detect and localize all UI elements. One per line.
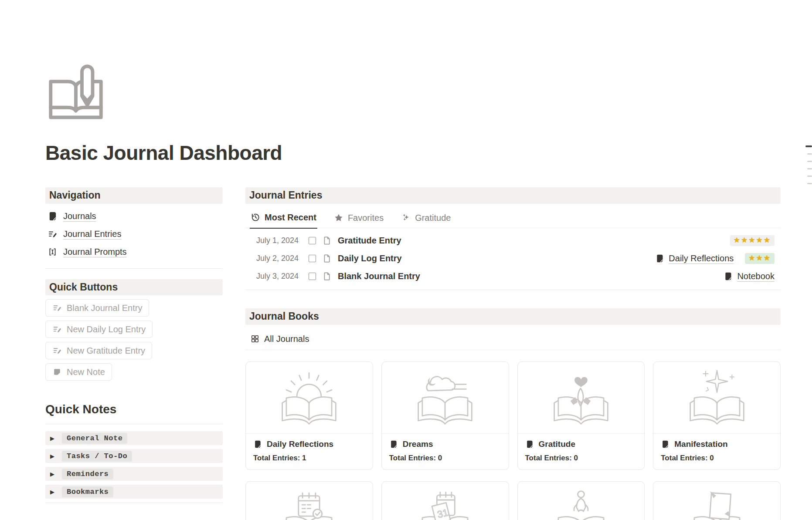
card-total-entries: Total Entries: 0 (525, 454, 637, 463)
entry-date: July 2, 2024 (256, 254, 308, 263)
compose-icon (48, 229, 58, 239)
journal-card-gratitude[interactable]: Gratitude Total Entries: 0 (517, 361, 645, 470)
toggle-reminders[interactable]: ▶ Reminders (45, 467, 223, 481)
page-icon (322, 271, 332, 281)
entry-title[interactable]: Blank Journal Entry (338, 271, 420, 281)
toc-dash[interactable] (807, 168, 812, 169)
toc-dash[interactable] (807, 153, 812, 155)
toggle-tasks-todo[interactable]: ▶ Tasks / To-Do (45, 449, 223, 463)
blank-journal-entry-button[interactable]: Blank Journal Entry (45, 299, 149, 317)
toggle-bookmarks[interactable]: ▶ Bookmarks (45, 485, 223, 499)
book-calendar-check-illustration (246, 482, 373, 520)
journal-card-partial[interactable] (245, 481, 373, 520)
card-title[interactable]: Gratitude (539, 439, 575, 449)
table-of-contents-indicator[interactable] (805, 145, 812, 184)
toc-dash-current[interactable] (805, 145, 812, 147)
tab-gratitude[interactable]: Gratitude (400, 209, 452, 229)
book-icon (253, 440, 262, 449)
note-icon (52, 367, 62, 377)
sidebar-item-label[interactable]: Journal Entries (63, 229, 121, 239)
journal-card-partial[interactable] (381, 481, 509, 520)
page-header: Basic Journal Dashboard (0, 0, 812, 165)
open-book-pen-icon[interactable] (45, 61, 106, 122)
toggle-label[interactable]: Tasks / To-Do (62, 451, 132, 462)
divider (45, 503, 223, 503)
sidebar-item-journals[interactable]: Journals (45, 207, 223, 225)
grid-icon (251, 334, 259, 343)
toggle-label[interactable]: Bookmarks (62, 486, 113, 497)
book-icon (655, 254, 664, 263)
journal-card-partial[interactable] (653, 481, 781, 520)
journal-link-notebook[interactable]: Notebook (724, 271, 775, 281)
history-icon (251, 213, 260, 222)
sidebar-item-label[interactable]: Journals (63, 211, 96, 221)
page-title: Basic Journal Dashboard (45, 141, 812, 165)
journal-books-section-header: Journal Books (245, 308, 781, 325)
tab-label: Most Recent (265, 213, 316, 223)
page-icon (322, 253, 332, 263)
entry-checkbox[interactable] (309, 255, 316, 262)
journal-link-label[interactable]: Daily Reflections (669, 253, 734, 263)
tab-all-journals[interactable]: All Journals (250, 330, 310, 350)
toggle-label[interactable]: Reminders (62, 469, 113, 479)
entry-checkbox[interactable] (309, 273, 316, 280)
book-calendar-31-illustration (382, 482, 509, 520)
entry-date: July 1, 2024 (256, 236, 308, 245)
toc-dash[interactable] (807, 161, 812, 162)
toggle-general-note[interactable]: ▶ General Note (45, 431, 223, 445)
toc-dash[interactable] (807, 183, 812, 184)
compose-icon (52, 324, 62, 334)
compose-icon (52, 303, 62, 313)
card-total-entries: Total Entries: 0 (389, 454, 501, 463)
content-columns: Navigation Journals Journal Entries Jour… (0, 187, 812, 520)
book-pinned-note-illustration (653, 482, 780, 520)
table-row[interactable]: July 1, 2024 Gratitude Entry ★★★★★ (245, 232, 781, 250)
card-title[interactable]: Manifestation (674, 439, 727, 449)
journal-books-gallery: Daily Reflections Total Entries: 1 Dream… (245, 361, 781, 520)
toggle-arrow-icon[interactable]: ▶ (50, 471, 54, 477)
book-sunrise-illustration (246, 362, 373, 434)
book-icon (525, 440, 534, 449)
journal-link-daily-reflections[interactable]: Daily Reflections (655, 253, 734, 263)
compose-icon (52, 346, 62, 355)
book-icon (661, 440, 669, 449)
button-label: Blank Journal Entry (67, 303, 142, 313)
entry-checkbox[interactable] (309, 237, 316, 244)
new-gratitude-entry-button[interactable]: New Gratitude Entry (45, 342, 152, 359)
journal-entries-table: July 1, 2024 Gratitude Entry ★★★★★ July … (245, 228, 781, 290)
sidebar-item-label[interactable]: Journal Prompts (63, 247, 127, 257)
quick-notes-list: ▶ General Note ▶ Tasks / To-Do ▶ Reminde… (45, 431, 223, 499)
new-note-button[interactable]: New Note (45, 363, 112, 381)
quick-buttons-list: Blank Journal Entry New Daily Log Entry … (45, 299, 223, 381)
toggle-arrow-icon[interactable]: ▶ (50, 453, 54, 459)
tab-most-recent[interactable]: Most Recent (250, 209, 317, 229)
new-daily-log-entry-button[interactable]: New Daily Log Entry (45, 321, 153, 338)
table-row[interactable]: July 2, 2024 Daily Log Entry Daily Refle… (245, 250, 781, 267)
tab-favorites[interactable]: Favorites (333, 209, 384, 229)
journal-link-label[interactable]: Notebook (737, 271, 775, 281)
toggle-arrow-icon[interactable]: ▶ (50, 489, 54, 495)
sidebar-item-journal-prompts[interactable]: Journal Prompts (45, 243, 223, 261)
card-title[interactable]: Daily Reflections (267, 439, 333, 449)
card-total-entries: Total Entries: 0 (661, 454, 773, 463)
quick-buttons-section-header: Quick Buttons (45, 279, 223, 296)
card-title[interactable]: Dreams (403, 439, 433, 449)
entry-title[interactable]: Gratitude Entry (338, 236, 401, 246)
sidebar: Navigation Journals Journal Entries Jour… (45, 187, 223, 520)
journal-card-manifestation[interactable]: Manifestation Total Entries: 0 (653, 361, 781, 470)
journal-card-dreams[interactable]: Dreams Total Entries: 0 (381, 361, 509, 470)
rating-stars: ★★★ (745, 253, 775, 264)
book-meditation-illustration (518, 482, 645, 520)
main-content: Journal Entries Most Recent Favorites Gr… (245, 187, 781, 520)
journal-card-daily-reflections[interactable]: Daily Reflections Total Entries: 1 (245, 361, 373, 470)
journal-books-tabbar: All Journals (245, 330, 781, 350)
entry-title[interactable]: Daily Log Entry (338, 253, 402, 263)
rating-stars: ★★★★★ (730, 235, 775, 246)
toggle-label[interactable]: General Note (62, 433, 127, 444)
journal-card-partial[interactable] (517, 481, 645, 520)
sidebar-item-journal-entries[interactable]: Journal Entries (45, 225, 223, 243)
journal-dashboard-page: Basic Journal Dashboard Navigation Journ… (0, 0, 812, 520)
toc-dash[interactable] (807, 176, 812, 177)
table-row[interactable]: July 3, 2024 Blank Journal Entry Noteboo… (245, 267, 781, 285)
toggle-arrow-icon[interactable]: ▶ (50, 436, 54, 441)
